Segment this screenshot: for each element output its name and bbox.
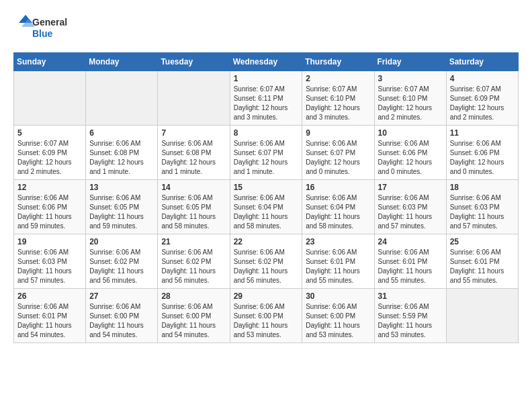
calendar-cell: 13Sunrise: 6:06 AM Sunset: 6:05 PM Dayli… — [86, 180, 158, 234]
day-number: 18 — [450, 183, 515, 192]
calendar-cell: 25Sunrise: 6:06 AM Sunset: 6:01 PM Dayli… — [446, 234, 518, 289]
cell-content: Sunrise: 6:06 AM Sunset: 5:59 PM Dayligh… — [378, 302, 443, 340]
calendar-week-row: 1Sunrise: 6:07 AM Sunset: 6:11 PM Daylig… — [14, 71, 519, 126]
calendar-cell: 24Sunrise: 6:06 AM Sunset: 6:01 PM Dayli… — [374, 234, 446, 289]
cell-content: Sunrise: 6:06 AM Sunset: 6:06 PM Dayligh… — [450, 139, 515, 177]
calendar-cell — [446, 289, 518, 343]
header-friday: Friday — [374, 53, 446, 71]
cell-content: Sunrise: 6:07 AM Sunset: 6:09 PM Dayligh… — [450, 85, 515, 122]
day-number: 30 — [306, 291, 370, 301]
calendar-cell: 5Sunrise: 6:07 AM Sunset: 6:09 PM Daylig… — [14, 126, 86, 180]
calendar-cell: 1Sunrise: 6:07 AM Sunset: 6:11 PM Daylig… — [230, 71, 302, 126]
calendar-cell: 16Sunrise: 6:06 AM Sunset: 6:04 PM Dayli… — [302, 180, 374, 234]
cell-content: Sunrise: 6:06 AM Sunset: 6:00 PM Dayligh… — [161, 302, 226, 340]
cell-content: Sunrise: 6:06 AM Sunset: 6:04 PM Dayligh… — [306, 193, 370, 231]
day-number: 26 — [17, 291, 82, 301]
header-sunday: Sunday — [14, 53, 86, 71]
cell-content: Sunrise: 6:06 AM Sunset: 6:03 PM Dayligh… — [450, 193, 515, 231]
day-number: 24 — [378, 237, 443, 246]
calendar-cell: 12Sunrise: 6:06 AM Sunset: 6:06 PM Dayli… — [14, 180, 86, 234]
day-number: 21 — [161, 237, 226, 246]
calendar-cell: 31Sunrise: 6:06 AM Sunset: 5:59 PM Dayli… — [374, 289, 446, 343]
day-number: 6 — [89, 128, 154, 138]
calendar-cell — [86, 71, 158, 126]
svg-text:Blue: Blue — [32, 28, 53, 39]
generalblue-logo: General Blue — [13, 13, 81, 42]
cell-content: Sunrise: 6:06 AM Sunset: 6:01 PM Dayligh… — [378, 248, 443, 285]
calendar-cell: 26Sunrise: 6:06 AM Sunset: 6:01 PM Dayli… — [14, 289, 86, 343]
calendar-cell: 4Sunrise: 6:07 AM Sunset: 6:09 PM Daylig… — [446, 71, 518, 126]
cell-content: Sunrise: 6:06 AM Sunset: 6:07 PM Dayligh… — [306, 139, 370, 177]
calendar-week-row: 12Sunrise: 6:06 AM Sunset: 6:06 PM Dayli… — [14, 180, 519, 234]
cell-content: Sunrise: 6:06 AM Sunset: 6:00 PM Dayligh… — [234, 302, 299, 340]
calendar-week-row: 26Sunrise: 6:06 AM Sunset: 6:01 PM Dayli… — [14, 289, 519, 343]
cell-content: Sunrise: 6:06 AM Sunset: 6:08 PM Dayligh… — [89, 139, 154, 177]
calendar-cell: 8Sunrise: 6:06 AM Sunset: 6:07 PM Daylig… — [230, 126, 302, 180]
calendar-cell: 3Sunrise: 6:07 AM Sunset: 6:10 PM Daylig… — [374, 71, 446, 126]
cell-content: Sunrise: 6:06 AM Sunset: 6:03 PM Dayligh… — [17, 248, 82, 285]
calendar-cell: 27Sunrise: 6:06 AM Sunset: 6:00 PM Dayli… — [86, 289, 158, 343]
day-number: 27 — [89, 291, 154, 301]
header-thursday: Thursday — [302, 53, 374, 71]
day-number: 28 — [161, 291, 226, 301]
calendar-cell: 21Sunrise: 6:06 AM Sunset: 6:02 PM Dayli… — [158, 234, 230, 289]
calendar-cell — [14, 71, 86, 126]
calendar-cell: 9Sunrise: 6:06 AM Sunset: 6:07 PM Daylig… — [302, 126, 374, 180]
header-monday: Monday — [86, 53, 158, 71]
calendar-cell: 23Sunrise: 6:06 AM Sunset: 6:01 PM Dayli… — [302, 234, 374, 289]
cell-content: Sunrise: 6:07 AM Sunset: 6:09 PM Dayligh… — [17, 139, 82, 177]
calendar-cell: 2Sunrise: 6:07 AM Sunset: 6:10 PM Daylig… — [302, 71, 374, 126]
cell-content: Sunrise: 6:06 AM Sunset: 6:02 PM Dayligh… — [234, 248, 299, 285]
calendar-cell: 14Sunrise: 6:06 AM Sunset: 6:05 PM Dayli… — [158, 180, 230, 234]
logo-text-block: General Blue — [13, 13, 81, 42]
day-number: 7 — [161, 128, 226, 138]
day-number: 3 — [378, 74, 443, 83]
cell-content: Sunrise: 6:06 AM Sunset: 6:02 PM Dayligh… — [89, 248, 154, 285]
header-tuesday: Tuesday — [158, 53, 230, 71]
day-number: 12 — [17, 183, 82, 192]
day-number: 20 — [89, 237, 154, 246]
svg-text:General: General — [32, 17, 67, 28]
cell-content: Sunrise: 6:06 AM Sunset: 6:02 PM Dayligh… — [161, 248, 226, 285]
calendar-cell: 18Sunrise: 6:06 AM Sunset: 6:03 PM Dayli… — [446, 180, 518, 234]
cell-content: Sunrise: 6:06 AM Sunset: 6:05 PM Dayligh… — [161, 193, 226, 231]
calendar-cell: 30Sunrise: 6:06 AM Sunset: 6:00 PM Dayli… — [302, 289, 374, 343]
page-header: General Blue — [13, 13, 519, 42]
calendar-table: SundayMondayTuesdayWednesdayThursdayFrid… — [13, 52, 519, 343]
calendar-cell: 19Sunrise: 6:06 AM Sunset: 6:03 PM Dayli… — [14, 234, 86, 289]
day-number: 9 — [306, 128, 370, 138]
cell-content: Sunrise: 6:06 AM Sunset: 6:08 PM Dayligh… — [161, 139, 226, 177]
calendar-week-row: 5Sunrise: 6:07 AM Sunset: 6:09 PM Daylig… — [14, 126, 519, 180]
day-number: 13 — [89, 183, 154, 192]
calendar-week-row: 19Sunrise: 6:06 AM Sunset: 6:03 PM Dayli… — [14, 234, 519, 289]
calendar-cell: 10Sunrise: 6:06 AM Sunset: 6:06 PM Dayli… — [374, 126, 446, 180]
calendar-cell: 7Sunrise: 6:06 AM Sunset: 6:08 PM Daylig… — [158, 126, 230, 180]
cell-content: Sunrise: 6:07 AM Sunset: 6:11 PM Dayligh… — [234, 85, 299, 122]
day-number: 2 — [306, 74, 370, 83]
cell-content: Sunrise: 6:06 AM Sunset: 6:01 PM Dayligh… — [17, 302, 82, 340]
day-number: 1 — [234, 74, 299, 83]
day-number: 25 — [450, 237, 515, 246]
header-saturday: Saturday — [446, 53, 518, 71]
calendar-cell: 29Sunrise: 6:06 AM Sunset: 6:00 PM Dayli… — [230, 289, 302, 343]
day-number: 14 — [161, 183, 226, 192]
day-number: 17 — [378, 183, 443, 192]
day-number: 8 — [234, 128, 299, 138]
cell-content: Sunrise: 6:06 AM Sunset: 6:00 PM Dayligh… — [306, 302, 370, 340]
cell-content: Sunrise: 6:06 AM Sunset: 6:06 PM Dayligh… — [17, 193, 82, 231]
calendar-header-row: SundayMondayTuesdayWednesdayThursdayFrid… — [14, 53, 519, 71]
cell-content: Sunrise: 6:06 AM Sunset: 6:07 PM Dayligh… — [234, 139, 299, 177]
logo: General Blue — [13, 13, 81, 42]
cell-content: Sunrise: 6:07 AM Sunset: 6:10 PM Dayligh… — [378, 85, 443, 122]
calendar-cell — [158, 71, 230, 126]
day-number: 4 — [450, 74, 515, 83]
day-number: 22 — [234, 237, 299, 246]
calendar-cell: 17Sunrise: 6:06 AM Sunset: 6:03 PM Dayli… — [374, 180, 446, 234]
cell-content: Sunrise: 6:06 AM Sunset: 6:03 PM Dayligh… — [378, 193, 443, 231]
day-number: 5 — [17, 128, 82, 138]
day-number: 11 — [450, 128, 515, 138]
cell-content: Sunrise: 6:06 AM Sunset: 6:00 PM Dayligh… — [89, 302, 154, 340]
cell-content: Sunrise: 6:06 AM Sunset: 6:01 PM Dayligh… — [306, 248, 370, 285]
day-number: 16 — [306, 183, 370, 192]
calendar-cell: 11Sunrise: 6:06 AM Sunset: 6:06 PM Dayli… — [446, 126, 518, 180]
